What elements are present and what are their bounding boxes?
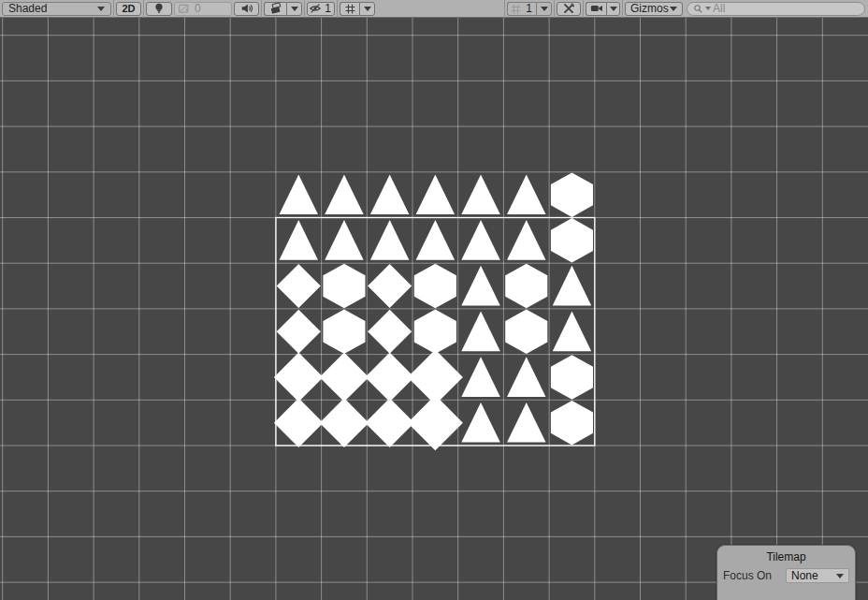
toolbar-separator [261,0,262,18]
tile-large-diamond[interactable] [365,353,414,402]
search-icon [693,4,703,14]
tile-triangle[interactable] [461,402,500,443]
draw-mode-dropdown[interactable]: Shaded [2,2,111,16]
tile-triangle[interactable] [461,266,500,306]
grid-icon [344,3,356,15]
2d-toggle-button[interactable]: 2D [116,2,141,16]
focus-on-row: Focus On None [717,563,855,583]
gizmos-label: Gizmos [630,2,669,15]
tile-hexagon[interactable] [414,264,456,309]
scene-audio-button[interactable] [234,2,259,16]
custom-tools-button[interactable] [557,2,581,16]
tile-triangle[interactable] [461,312,500,352]
tile-hexagon[interactable] [414,310,456,355]
exposure-field: 0 [174,2,232,16]
scene-effects-dropdown[interactable] [286,2,302,16]
chevron-down-icon [97,7,105,11]
chevron-down-icon [541,7,548,11]
tile-triangle[interactable] [553,266,592,306]
tile-hexagon[interactable] [551,401,593,446]
eye-slash-icon [309,2,322,15]
gizmos-dropdown[interactable]: Gizmos [625,2,683,16]
scene-effects-button[interactable] [264,2,286,16]
chevron-down-icon [670,7,677,11]
tile-hexagon[interactable] [551,218,593,263]
focus-on-value: None [791,569,818,582]
scene-camera-button[interactable] [586,2,606,16]
tile-triangle[interactable] [325,174,364,214]
component-grid-button[interactable]: 1 [507,2,536,16]
focus-on-dropdown[interactable]: None [786,568,849,583]
grid-visibility-button[interactable] [340,2,359,16]
effects-icon [269,2,282,15]
scene-viewport[interactable]: Tilemap Focus On None [0,18,868,600]
toolbar-separator [337,0,338,18]
component-grid-value: 1 [524,2,534,15]
tilemap-overlay-panel: Tilemap Focus On None [716,545,856,600]
hidden-count: 1 [323,2,333,15]
grid-visibility-dropdown[interactable] [359,2,375,16]
tile-triangle[interactable] [325,220,364,260]
tile-diamond[interactable] [368,264,412,308]
scene-search-field[interactable] [687,2,865,16]
tile-triangle[interactable] [370,174,410,214]
tile-triangle[interactable] [507,174,546,214]
tile-large-diamond[interactable] [320,353,369,402]
tile-large-diamond[interactable] [320,398,369,447]
tile-large-diamond[interactable] [274,398,324,447]
tilemap-panel-title: Tilemap [717,546,855,563]
search-input[interactable] [713,2,859,15]
toolbar-separator [554,0,555,18]
chevron-down-icon [610,7,617,11]
tile-triangle[interactable] [280,220,319,260]
tile-triangle[interactable] [416,220,456,260]
component-grid-dropdown[interactable] [536,2,552,16]
lightbulb-icon [152,2,166,15]
tile-large-diamond[interactable] [274,353,324,402]
tile-triangle[interactable] [461,357,500,397]
chevron-down-icon [291,7,298,11]
tile-large-diamond[interactable] [365,398,414,447]
tile-hexagon[interactable] [505,310,547,355]
tile-triangle[interactable] [280,174,319,214]
tile-triangle[interactable] [507,402,546,443]
draw-mode-label: Shaded [8,2,47,15]
hidden-objects-button[interactable]: 1 [307,2,335,16]
tile-diamond[interactable] [277,264,321,308]
exposure-value: 0 [193,2,203,15]
grid-faded-icon [510,3,522,15]
tile-extra-large-diamond[interactable] [408,395,463,450]
tile-hexagon[interactable] [505,264,547,309]
tile-triangle[interactable] [461,174,500,214]
tile-triangle[interactable] [507,357,546,397]
scene-view-toolbar: Shaded 2D 0 [0,0,868,18]
toolbar-separator [304,0,305,18]
speaker-icon [240,2,253,15]
tile-triangle[interactable] [507,220,546,260]
scene-camera-dropdown[interactable] [606,2,620,16]
tile-triangle[interactable] [370,220,410,260]
focus-on-label: Focus On [723,569,786,582]
scene-canvas[interactable] [0,18,868,600]
scene-lighting-button[interactable] [146,2,172,16]
tile-hexagon[interactable] [323,264,365,309]
wrench-screwdriver-icon [562,2,575,15]
toolbar-separator [622,0,623,18]
tile-hexagon[interactable] [551,172,593,217]
toolbar-separator [583,0,584,18]
toolbar-separator [504,0,505,18]
camera-icon [590,2,603,15]
tile-triangle[interactable] [553,312,592,352]
exposure-image-icon [178,3,190,15]
toolbar-separator [113,0,114,18]
tile-triangle[interactable] [416,174,456,214]
search-filter-arrow-icon[interactable] [705,7,711,10]
tile-hexagon[interactable] [551,355,593,400]
toolbar-separator [143,0,144,18]
tile-triangle[interactable] [461,220,500,260]
tile-diamond[interactable] [368,310,412,354]
tile-diamond[interactable] [277,310,321,354]
tile-hexagon[interactable] [323,310,365,355]
chevron-down-icon [836,574,844,578]
2d-label: 2D [122,3,135,14]
